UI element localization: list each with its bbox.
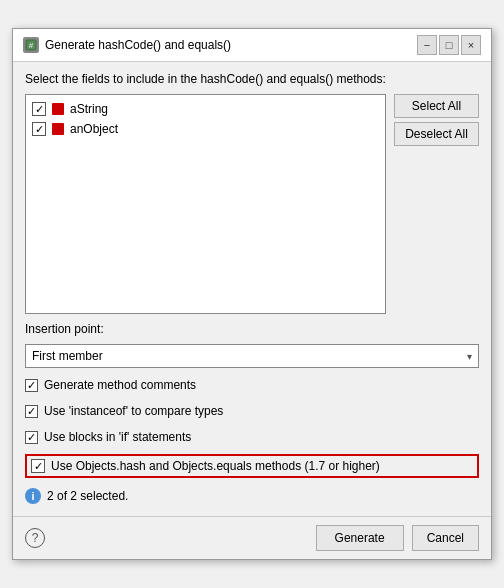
title-bar-buttons: − □ ×	[417, 35, 481, 55]
info-icon: i	[25, 488, 41, 504]
dialog-content: Select the fields to include in the hash…	[13, 62, 491, 516]
use-instanceof-label: Use 'instanceof' to compare types	[44, 404, 223, 418]
dropdown-arrow-icon: ▾	[467, 351, 472, 362]
generate-comments-label: Generate method comments	[44, 378, 196, 392]
side-buttons: Select All Deselect All	[394, 94, 479, 314]
footer-left: ?	[25, 528, 45, 548]
insertion-point-dropdown[interactable]: First member ▾	[25, 344, 479, 368]
astring-field-icon	[52, 103, 64, 115]
use-instanceof-checkbox[interactable]	[25, 405, 38, 418]
astring-checkbox[interactable]	[32, 102, 46, 116]
fields-list[interactable]: aString anObject	[25, 94, 386, 314]
description-text: Select the fields to include in the hash…	[25, 72, 479, 86]
anobject-field-icon	[52, 123, 64, 135]
close-button[interactable]: ×	[461, 35, 481, 55]
astring-label: aString	[70, 102, 108, 116]
title-bar-text: Generate hashCode() and equals()	[45, 38, 411, 52]
dialog: # Generate hashCode() and equals() − □ ×…	[12, 28, 492, 560]
insertion-point-label: Insertion point:	[25, 322, 479, 336]
maximize-button[interactable]: □	[439, 35, 459, 55]
insertion-point-value: First member	[32, 349, 103, 363]
generate-comments-checkbox[interactable]	[25, 379, 38, 392]
use-objects-label: Use Objects.hash and Objects.equals meth…	[51, 459, 380, 473]
use-blocks-row: Use blocks in 'if' statements	[25, 428, 479, 446]
generate-comments-row: Generate method comments	[25, 376, 479, 394]
select-all-button[interactable]: Select All	[394, 94, 479, 118]
anobject-checkbox[interactable]	[32, 122, 46, 136]
help-button[interactable]: ?	[25, 528, 45, 548]
use-blocks-checkbox[interactable]	[25, 431, 38, 444]
dialog-footer: ? Generate Cancel	[13, 516, 491, 559]
cancel-button[interactable]: Cancel	[412, 525, 479, 551]
title-bar: # Generate hashCode() and equals() − □ ×	[13, 29, 491, 62]
use-objects-checkbox[interactable]	[31, 459, 45, 473]
svg-text:#: #	[29, 41, 34, 50]
status-text: 2 of 2 selected.	[47, 489, 128, 503]
deselect-all-button[interactable]: Deselect All	[394, 122, 479, 146]
use-instanceof-row: Use 'instanceof' to compare types	[25, 402, 479, 420]
list-item[interactable]: anObject	[30, 119, 381, 139]
use-blocks-label: Use blocks in 'if' statements	[44, 430, 191, 444]
generate-button[interactable]: Generate	[316, 525, 404, 551]
list-item[interactable]: aString	[30, 99, 381, 119]
dialog-icon: #	[23, 37, 39, 53]
main-area: aString anObject Select All Deselect All	[25, 94, 479, 314]
status-row: i 2 of 2 selected.	[25, 486, 479, 506]
anobject-label: anObject	[70, 122, 118, 136]
minimize-button[interactable]: −	[417, 35, 437, 55]
use-objects-row: Use Objects.hash and Objects.equals meth…	[25, 454, 479, 478]
footer-right: Generate Cancel	[316, 525, 479, 551]
